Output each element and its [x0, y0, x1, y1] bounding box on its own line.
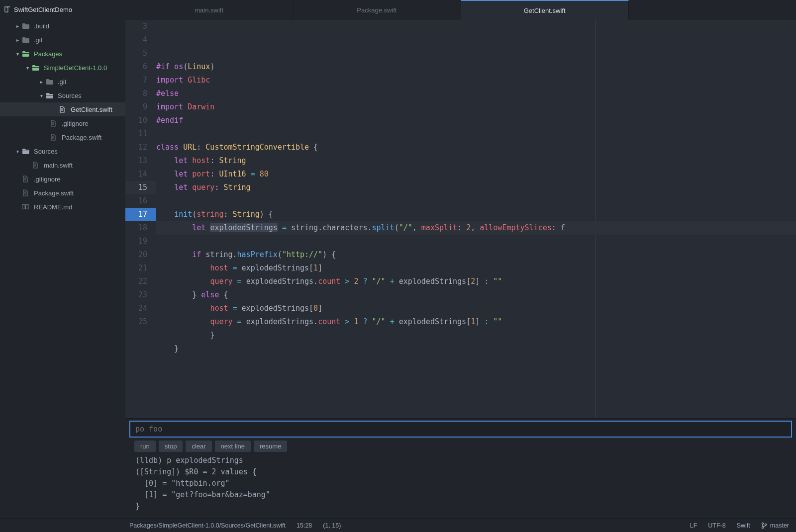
- project-name: SwiftGetClientDemo: [14, 6, 72, 13]
- svg-point-1: [762, 527, 763, 528]
- folder-icon: [22, 22, 31, 29]
- file-tree-sidebar: SwiftGetClientDemo ▸ .build ▸ .git ▾: [0, 0, 125, 518]
- next-line-button[interactable]: next line: [215, 441, 251, 452]
- file-icon: [50, 120, 59, 127]
- file-tree: ▸ .build ▸ .git ▾ Packages: [0, 19, 125, 518]
- status-git-branch[interactable]: master: [761, 522, 789, 529]
- tree-file-gitignore-inner[interactable]: .gitignore: [0, 116, 125, 130]
- tree-file-package-inner[interactable]: Package.swift: [0, 130, 125, 144]
- svg-point-2: [765, 524, 766, 525]
- status-line-ending[interactable]: LF: [690, 522, 697, 529]
- tree-file-gitignore-outer[interactable]: ▾ .gitignore: [0, 172, 125, 186]
- code-editor[interactable]: 345678910111213141516171819202122232425 …: [125, 20, 796, 418]
- tree-folder-sources-outer[interactable]: ▾ Sources: [0, 144, 125, 158]
- file-icon: [59, 106, 68, 113]
- chevron-down-icon: ▾: [39, 93, 44, 98]
- run-button[interactable]: run: [134, 441, 156, 452]
- project-header[interactable]: SwiftGetClientDemo: [0, 0, 125, 19]
- tree-folder-simpleget[interactable]: ▾ SimpleGetClient-1.0.0: [0, 61, 125, 75]
- chevron-right-icon: ▸: [15, 37, 20, 43]
- book-icon: [22, 203, 31, 210]
- debugger-panel: run stop clear next line resume (lldb) p…: [125, 418, 796, 518]
- chevron-down-icon: ▾: [15, 51, 20, 57]
- tree-file-package-outer[interactable]: ▾ Package.swift: [0, 186, 125, 200]
- status-bar: Packages/SimpleGetClient-1.0.0/Sources/G…: [0, 518, 796, 532]
- tree-file-readme[interactable]: ▾ README.md: [0, 200, 125, 214]
- tree-folder-build[interactable]: ▸ .build: [0, 19, 125, 33]
- git-branch-icon: [761, 522, 767, 529]
- tree-folder-sources-inner[interactable]: ▾ Sources: [0, 89, 125, 102]
- status-language[interactable]: Swift: [737, 522, 750, 529]
- status-filepath[interactable]: Packages/SimpleGetClient-1.0.0/Sources/G…: [129, 522, 286, 529]
- chevron-down-icon: ▾: [25, 65, 30, 71]
- file-icon: [22, 189, 31, 196]
- folder-icon: [22, 36, 31, 43]
- tab-main-swift[interactable]: main.swift: [125, 0, 293, 20]
- tab-package-swift[interactable]: Package.swift: [293, 0, 461, 20]
- tree-folder-git-inner[interactable]: ▸ .git: [0, 75, 125, 89]
- stop-button[interactable]: stop: [159, 441, 183, 452]
- tree-folder-git[interactable]: ▸ .git: [0, 33, 125, 47]
- status-cursor-position[interactable]: 15:28: [297, 522, 312, 529]
- horizontal-scrollbar[interactable]: [186, 413, 786, 417]
- chevron-right-icon: ▸: [39, 79, 44, 85]
- folder-open-icon: [46, 92, 55, 99]
- chevron-right-icon: ▸: [15, 23, 20, 29]
- folder-icon: [46, 78, 55, 85]
- tab-getclient-swift[interactable]: GetClient.swift: [461, 0, 629, 20]
- status-encoding[interactable]: UTF-8: [708, 522, 725, 529]
- tree-file-getclient[interactable]: GetClient.swift: [0, 102, 125, 116]
- folder-open-icon: [32, 64, 41, 71]
- folder-open-icon: [22, 148, 31, 155]
- debugger-input[interactable]: [129, 421, 792, 438]
- line-number-gutter[interactable]: 345678910111213141516171819202122232425: [125, 20, 156, 418]
- chevron-down-icon: ▾: [15, 149, 20, 154]
- resume-button[interactable]: resume: [254, 441, 287, 452]
- file-icon: [32, 162, 41, 169]
- code-area[interactable]: #if os(Linux)import Glibc#elseimport Dar…: [156, 20, 796, 418]
- folder-open-icon: [22, 50, 31, 57]
- file-icon: [50, 134, 59, 141]
- editor-tab-bar: main.swift Package.swift GetClient.swift: [125, 0, 796, 20]
- svg-point-0: [762, 523, 763, 524]
- clear-button[interactable]: clear: [186, 441, 211, 452]
- status-selection[interactable]: (1, 15): [323, 522, 341, 529]
- tree-file-mainswift[interactable]: ▾ main.swift: [0, 158, 125, 172]
- debugger-output: (lldb) p explodedStrings ([String]) $R0 …: [129, 454, 792, 513]
- file-icon: [22, 176, 31, 182]
- book-icon: [4, 6, 11, 13]
- tree-folder-packages[interactable]: ▾ Packages: [0, 47, 125, 61]
- tab-spacer: [629, 0, 796, 20]
